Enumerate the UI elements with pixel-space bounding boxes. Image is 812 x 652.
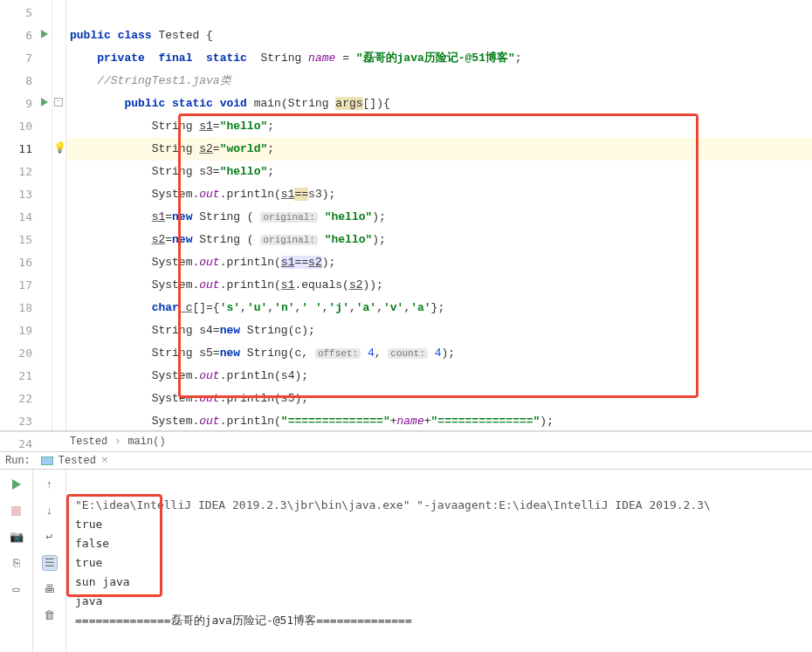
line-number: 13 <box>0 183 52 206</box>
code-line: s1=new String ( original: "hello"); <box>66 206 812 229</box>
code-line: char c[]={'s','u','n',' ','j','a','v','a… <box>66 297 812 319</box>
code-line <box>66 2 812 24</box>
chevron-right-icon: › <box>114 436 120 448</box>
line-gutter: 5 6 7 8 9 10 11 12 13 14 15 16 17 18 19 … <box>0 0 52 430</box>
code-line: public static void main(String args[]){ <box>66 93 812 115</box>
line-number: 6 <box>0 24 52 47</box>
code-line: System.out.println("=============="+name… <box>66 410 812 430</box>
console-output[interactable]: "E:\idea\IntelliJ IDEA 2019.2.3\jbr\bin\… <box>66 470 812 652</box>
console-line: true <box>75 556 102 569</box>
console-line: true <box>75 518 102 531</box>
code-line: System.out.println(s1==s2); <box>66 251 812 274</box>
breadcrumb-method[interactable]: main() <box>127 436 165 448</box>
run-tab-label: Tested <box>58 455 96 467</box>
code-line: String s4=new String(c); <box>66 319 812 342</box>
line-number: 7 <box>0 47 52 70</box>
code-line: public class Tested { <box>66 24 812 47</box>
stop-button[interactable] <box>9 503 24 518</box>
down-stack-icon[interactable]: ↓ <box>42 503 58 518</box>
line-number: 10 <box>0 115 52 138</box>
line-number: 20 <box>0 342 52 365</box>
line-number: 17 <box>0 274 52 297</box>
console-line: java <box>75 594 102 607</box>
code-line: String s5=new String(c, offset: 4, count… <box>66 342 812 365</box>
code-line: //StringTest1.java类 <box>66 70 812 93</box>
code-line: String s3="hello"; <box>66 161 812 183</box>
fold-toggle-icon[interactable]: - <box>54 98 63 106</box>
line-number: 24 <box>0 433 52 456</box>
close-icon[interactable]: × <box>101 454 108 467</box>
run-label: Run: <box>5 455 31 467</box>
code-editor[interactable]: public class Tested { private final stat… <box>66 0 812 430</box>
line-number: 11 <box>0 138 52 161</box>
run-gutter-icon[interactable] <box>41 30 48 38</box>
run-toolbar-secondary: ↑ ↓ ↩ ☰ 🖶 🗑 <box>33 470 66 652</box>
rerun-button[interactable] <box>9 477 24 492</box>
layout-button[interactable]: ▭ <box>9 581 24 597</box>
line-number: 9 <box>0 93 52 115</box>
console-line: ==============磊哥的java历险记-@51博客==========… <box>75 614 412 627</box>
breadcrumb-class[interactable]: Tested <box>70 436 107 448</box>
code-line: System.out.println(s1.equals(s2)); <box>66 274 812 297</box>
run-gutter-icon[interactable] <box>41 98 48 106</box>
line-number: 15 <box>0 229 52 251</box>
line-number: 23 <box>0 410 52 433</box>
line-number: 12 <box>0 161 52 183</box>
code-line: String s1="hello"; <box>66 115 812 138</box>
code-line: s2=new String ( original: "hello"); <box>66 229 812 251</box>
run-toolbar-left: 📷 ⎘ ▭ <box>0 470 33 652</box>
breadcrumb[interactable]: Tested › main() <box>0 431 812 452</box>
exit-button[interactable]: ⎘ <box>9 555 24 571</box>
code-line: System.out.println(s5); <box>66 388 812 410</box>
run-header: Run: Tested × <box>0 452 812 470</box>
console-cmdline: "E:\idea\IntelliJ IDEA 2019.2.3\jbr\bin\… <box>75 498 711 511</box>
code-line: System.out.println(s4); <box>66 365 812 388</box>
line-number: 5 <box>0 2 52 24</box>
console-line: sun java <box>75 575 130 588</box>
scroll-to-end-icon[interactable]: ☰ <box>42 555 58 571</box>
code-line: System.out.println(s1==s3); <box>66 183 812 206</box>
intention-bulb-icon[interactable]: 💡 <box>53 141 66 154</box>
dump-button[interactable]: 📷 <box>9 529 24 545</box>
code-line: private final static String name = "磊哥的j… <box>66 47 812 70</box>
console-line: false <box>75 537 109 550</box>
line-number: 16 <box>0 251 52 274</box>
delete-icon[interactable]: 🗑 <box>42 607 58 623</box>
fold-column: - 💡 <box>52 0 66 430</box>
run-tool-window: Run: Tested × 📷 ⎘ ▭ ↑ ↓ ↩ ☰ 🖶 🗑 "E:\idea… <box>0 452 812 652</box>
line-number: 21 <box>0 365 52 388</box>
line-number: 8 <box>0 70 52 93</box>
line-number: 14 <box>0 206 52 229</box>
line-number: 18 <box>0 297 52 319</box>
line-number: 22 <box>0 388 52 410</box>
up-stack-icon[interactable]: ↑ <box>42 477 58 492</box>
print-icon[interactable]: 🖶 <box>42 581 58 597</box>
application-icon <box>41 456 53 465</box>
code-line: String s2="world"; <box>66 138 812 161</box>
soft-wrap-icon[interactable]: ↩ <box>42 529 58 545</box>
line-number: 19 <box>0 319 52 342</box>
